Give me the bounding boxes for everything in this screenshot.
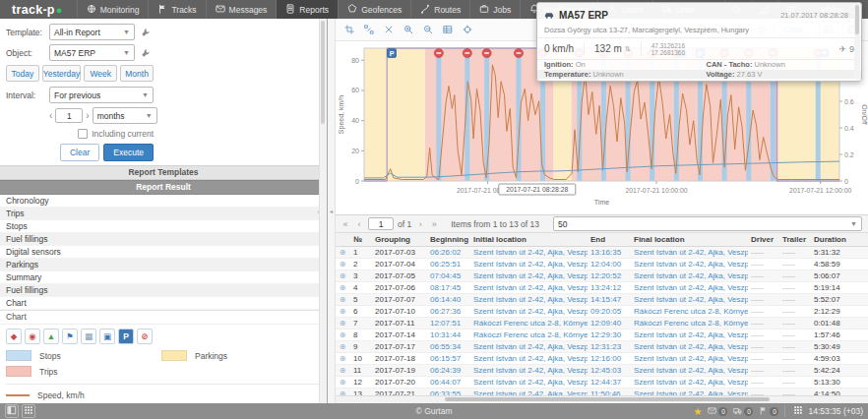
table-row[interactable]: ⊕102017-07-1806:15:57Szent István út 2-4… [335, 353, 868, 365]
expand-row-icon[interactable]: ⊕ [335, 294, 350, 305]
report-result-header[interactable]: Report Result [0, 180, 327, 195]
expand-row-icon[interactable]: ⊕ [335, 306, 350, 317]
table-cell[interactable]: Szent István út 2-42, Ajka, Veszprém, Hu… [631, 282, 748, 293]
table-cell[interactable]: Szent István út 2-42, Ajka, Veszprém, Hu… [631, 294, 748, 305]
expand-row-icon[interactable]: ⊕ [335, 318, 350, 329]
table-cell[interactable]: 06:14:40 [427, 294, 470, 305]
expand-row-icon[interactable]: ⊕ [335, 270, 350, 281]
nav-item-messages[interactable]: Messages [206, 0, 277, 19]
next-page-button[interactable]: › [415, 219, 425, 229]
table-cell[interactable]: 13:16:35 [588, 247, 631, 258]
nav-item-tracks[interactable]: Tracks [148, 0, 205, 19]
report-section-digital-sensors[interactable]: Digital sensors [0, 246, 327, 259]
nav-item-routes[interactable]: Routes [410, 0, 469, 19]
table-cell[interactable]: Szent István út 2-42, Ajka, Veszprém, Hu… [631, 377, 748, 388]
table-cell[interactable]: Szent István út 2-42, Ajka, Veszprém, Hu… [470, 365, 588, 376]
table-cell[interactable]: Szent István út 2-42, Ajka, Veszprém, Hu… [631, 353, 748, 364]
column-header[interactable]: Beginning [427, 233, 470, 246]
table-cell[interactable]: 06:24:39 [427, 365, 470, 376]
table-cell[interactable]: 11:50:46 [588, 389, 631, 395]
table-cell[interactable]: 12:29:30 [588, 329, 631, 340]
first-page-button[interactable]: « [341, 219, 350, 229]
report-section-fuel-fillings[interactable]: Fuel fillings [0, 233, 327, 246]
table-row[interactable]: ⊕132017-07-2106:33:55Szent István út 2-4… [335, 389, 868, 395]
interval-count-input[interactable] [55, 108, 83, 123]
month-button[interactable]: Month [120, 65, 154, 82]
prev-page-button[interactable]: ‹ [354, 219, 364, 229]
template-settings-button[interactable] [137, 25, 154, 40]
object-settings-button[interactable] [137, 45, 154, 61]
table-row[interactable]: ⊕112017-07-1906:24:39Szent István út 2-4… [335, 365, 868, 377]
table-row[interactable]: ⊕72017-07-1112:07:51Rákóczi Ferenc utca … [335, 318, 868, 329]
table-cell[interactable]: 12:44:37 [588, 377, 631, 388]
table-cell[interactable]: 06:33:55 [427, 389, 470, 395]
expand-row-icon[interactable]: ⊕ [335, 282, 350, 293]
nav-item-jobs[interactable]: Jobs [469, 0, 520, 19]
counter-units[interactable]: 0 [733, 406, 753, 417]
table-cell[interactable]: 06:55:34 [427, 341, 470, 352]
last-page-button[interactable]: » [429, 219, 439, 229]
report-section-summary[interactable]: Summary [0, 271, 327, 284]
table-cell[interactable]: Szent István út 2-42, Ajka, Veszprém, Hu… [470, 306, 588, 317]
table-row[interactable]: ⊕62017-07-1006:27:36Szent István út 2-42… [335, 306, 868, 318]
counter-messages[interactable]: 0 [708, 406, 727, 417]
column-header[interactable]: Initial location [470, 233, 588, 246]
nav-item-reports[interactable]: Reports [276, 0, 338, 19]
table-cell[interactable]: Szent István út 2-42, Ajka, Veszprém, Hu… [470, 294, 588, 305]
table-cell[interactable]: 06:25:51 [427, 259, 470, 269]
table-view-button[interactable] [439, 22, 456, 38]
expand-row-icon[interactable]: ⊕ [335, 247, 350, 258]
table-cell[interactable]: Szent István út 2-42, Ajka, Veszprém, Hu… [470, 282, 588, 293]
nav-item-geofences[interactable]: Geofences [338, 0, 410, 19]
template-select[interactable]: All-in Report▼ [49, 24, 135, 40]
popup-scrollbar-thumb[interactable] [855, 5, 859, 34]
table-row[interactable]: ⊕82017-07-1410:31:44Rákóczi Ferenc utca … [335, 329, 868, 341]
table-cell[interactable]: 12:31:23 [588, 341, 631, 352]
yesterday-button[interactable]: Yesterday [42, 65, 82, 82]
table-cell[interactable]: 14:15:47 [588, 294, 631, 305]
object-select[interactable]: MA57 ERP▼ [49, 44, 135, 61]
table-row[interactable]: ⊕52017-07-0706:14:40Szent István út 2-42… [335, 294, 868, 306]
report-section-chronology[interactable]: Chronology [0, 195, 327, 208]
fillings-marker-button[interactable]: ◆ [6, 329, 22, 344]
counter-tracks[interactable]: 0 [759, 406, 778, 417]
stepper-increase-button[interactable]: › [86, 110, 89, 121]
table-cell[interactable]: 10:31:44 [427, 329, 470, 340]
table-cell[interactable]: Rákóczi Ferenc utca 2-8, Környe, Komárom… [631, 318, 748, 329]
table-cell[interactable]: Szent István út 2-42, Ajka, Veszprém, Hu… [470, 247, 588, 258]
table-row[interactable]: ⊕42017-07-0608:17:45Szent István út 2-42… [335, 282, 868, 294]
table-row[interactable]: ⊕32017-07-0507:04:45Szent István út 2-42… [335, 270, 868, 282]
table-cell[interactable]: Rákóczi Ferenc utca 2-8, Környe, Komárom… [470, 329, 588, 340]
column-header[interactable]: Final location [631, 233, 748, 246]
week-button[interactable]: Week [84, 65, 117, 82]
nav-item-monitoring[interactable]: Monitoring [77, 0, 149, 19]
tracking-button[interactable] [459, 22, 475, 38]
table-cell[interactable]: Szent István út 2-42, Ajka, Veszprém, Hu… [631, 365, 748, 376]
execute-button[interactable]: Execute [103, 144, 154, 161]
parkings-marker-button[interactable]: P [118, 329, 134, 344]
table-row[interactable]: ⊕12017-07-0306:26:02Szent István út 2-42… [335, 247, 868, 259]
table-cell[interactable]: 12:09:40 [588, 318, 631, 329]
table-row[interactable]: ⊕122017-07-2006:44:07Szent István út 2-4… [335, 377, 868, 389]
sidebar-scrollbar-thumb[interactable] [321, 21, 325, 124]
area-select-button[interactable] [360, 22, 377, 38]
sidebar-collapse-handle[interactable]: ◂ [328, 19, 336, 403]
reset-zoom-button[interactable] [380, 22, 397, 38]
chart-section-label[interactable]: Chart [0, 310, 327, 325]
table-cell[interactable]: Szent István út 2-42, Ajka, Veszprém, Hu… [470, 389, 588, 395]
column-header[interactable] [335, 233, 350, 246]
events-marker-button[interactable]: ⚑ [62, 329, 78, 344]
interval-unit-select[interactable]: months▼ [93, 107, 157, 124]
expand-row-icon[interactable]: ⊕ [335, 377, 350, 388]
table-cell[interactable]: 08:17:45 [427, 282, 470, 293]
interval-select[interactable]: For previous▼ [49, 87, 154, 103]
column-header[interactable]: Grouping [372, 233, 427, 246]
table-cell[interactable]: Szent István út 2-42, Ajka, Veszprém, Hu… [631, 341, 748, 352]
table-horizontal-scrollbar[interactable] [335, 395, 868, 403]
zoom-selection-button[interactable] [341, 22, 357, 38]
table-row[interactable]: ⊕92017-07-1706:55:34Szent István út 2-42… [335, 341, 868, 353]
column-header[interactable]: Duration [811, 233, 868, 246]
images-marker-button[interactable]: ▦ [81, 329, 96, 344]
report-section-chart[interactable]: Chart [0, 297, 327, 310]
table-cell[interactable]: 12:20:52 [588, 270, 631, 281]
